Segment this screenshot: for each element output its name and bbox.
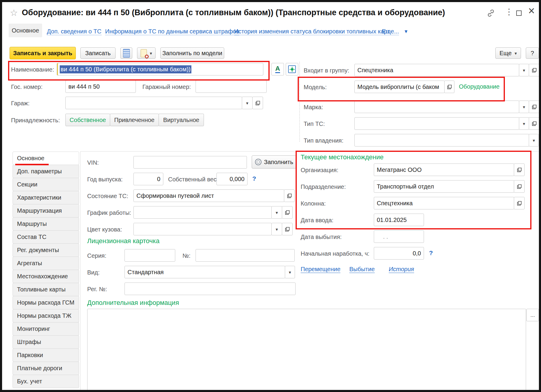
organization-open-button[interactable] bbox=[514, 163, 525, 176]
fill-by-model-button[interactable]: Заполнить по модели bbox=[160, 47, 224, 59]
department-open-button[interactable] bbox=[514, 180, 525, 193]
organization-input[interactable]: Мегатранс ООО bbox=[374, 163, 514, 176]
copy-link-icon[interactable] bbox=[486, 9, 495, 19]
save-and-close-button[interactable]: Записать и закрыть bbox=[10, 47, 76, 59]
favorite-star-icon[interactable]: ☆ bbox=[10, 7, 18, 18]
garage-dropdown-button[interactable]: ▾ bbox=[242, 97, 253, 109]
sidebar-item-parkovki[interactable]: Парковки bbox=[13, 348, 79, 362]
brand-input[interactable] bbox=[354, 101, 519, 113]
schedule-open-button[interactable] bbox=[282, 206, 293, 219]
sidebar-item-toplivnye-karty[interactable]: Топливные карты bbox=[13, 283, 79, 296]
name-input[interactable]: ви 444 п 50 (Виброплита (с топливным бак… bbox=[57, 63, 263, 75]
model-input[interactable]: Модель виброплиты (с баком bbox=[354, 81, 445, 93]
date-in-input[interactable]: 01.01.2025 bbox=[374, 214, 424, 226]
column-open-button[interactable] bbox=[514, 197, 525, 209]
translation-icon: А bbox=[275, 65, 280, 73]
chevron-down-icon: ▾ bbox=[533, 138, 535, 143]
nav-more-caret-icon[interactable]: ▼ bbox=[404, 29, 408, 34]
ownership-option-own[interactable]: Собственное bbox=[65, 114, 110, 126]
create-based-on-button[interactable]: ▾ bbox=[137, 47, 156, 59]
sidebar-item-monitoring[interactable]: Мониторинг bbox=[13, 322, 79, 336]
help-button[interactable]: ? bbox=[526, 47, 539, 59]
vehicle-type-dropdown-button[interactable]: ▾ bbox=[519, 117, 529, 130]
group-label: Входит в группу: bbox=[304, 67, 349, 74]
sidebar-item-osnovnoe[interactable]: Основное bbox=[13, 152, 79, 165]
settings-button[interactable] bbox=[286, 63, 298, 75]
move-link[interactable]: Перемещение bbox=[301, 266, 340, 273]
state-input[interactable]: Сформирован путевой лист bbox=[133, 189, 284, 202]
own-weight-label: Собственный вес: bbox=[168, 176, 218, 183]
sidebar-item-buh-uchet[interactable]: Бух. учет bbox=[13, 375, 79, 388]
brand-open-button[interactable] bbox=[529, 101, 540, 113]
model-type-link[interactable]: Оборудование bbox=[459, 83, 499, 90]
vehicle-type-open-button[interactable] bbox=[529, 117, 540, 130]
reg-number-input[interactable] bbox=[125, 283, 296, 295]
sidebar-item-normy-gsm[interactable]: Нормы расхода ГСМ bbox=[13, 296, 79, 309]
vin-fill-button[interactable]: Заполнить bbox=[252, 155, 296, 169]
schedule-dropdown-button[interactable]: ▾ bbox=[271, 206, 282, 219]
ownership-option-virtual[interactable]: Виртуальное bbox=[159, 114, 204, 126]
initial-hours-input[interactable]: 0,0 bbox=[374, 247, 424, 260]
column-input[interactable]: Спецтехника bbox=[374, 197, 514, 209]
additional-info-more-button[interactable]: ... bbox=[526, 309, 539, 321]
group-input[interactable]: Спецтехника bbox=[354, 64, 519, 76]
close-icon[interactable]: × bbox=[528, 4, 535, 17]
sidebar-item-harakteristiki[interactable]: Характеристики bbox=[13, 191, 79, 204]
ownership-option-hired[interactable]: Привлеченное bbox=[110, 114, 159, 126]
kind-dropdown-button[interactable]: ▾ bbox=[285, 266, 295, 278]
series-input[interactable] bbox=[125, 249, 175, 262]
garage-number-input[interactable] bbox=[196, 80, 267, 93]
sidebar-item-reg-dokumenty[interactable]: Рег. документы bbox=[13, 243, 79, 257]
chevron-down-icon: ▾ bbox=[523, 121, 525, 126]
tab-osnovnoe-top[interactable]: Основное bbox=[9, 24, 42, 37]
initial-hours-help-link[interactable]: ? bbox=[429, 249, 433, 257]
garage-input[interactable] bbox=[65, 97, 242, 109]
owning-type-input[interactable] bbox=[354, 134, 529, 146]
schedule-input[interactable] bbox=[133, 206, 272, 219]
state-open-button[interactable] bbox=[284, 189, 295, 202]
sidebar-item-sostav-ts[interactable]: Состав ТС bbox=[13, 230, 79, 244]
garage-open-button[interactable] bbox=[252, 97, 263, 109]
sidebar-item-normy-tzh[interactable]: Нормы расхода ТЖ bbox=[13, 309, 79, 322]
body-color-input[interactable] bbox=[133, 223, 272, 235]
sidebar-item-marshruty[interactable]: Маршруты bbox=[13, 217, 79, 231]
date-out-input[interactable]: . . bbox=[374, 230, 424, 243]
translation-button[interactable]: А bbox=[271, 63, 284, 75]
nav-more-label: Еще... bbox=[382, 28, 399, 35]
nav-link-info-shtrafy[interactable]: Информация о ТС по данным сервиса штрафо… bbox=[105, 28, 239, 35]
vehicle-type-input[interactable] bbox=[354, 117, 519, 130]
gos-number-input[interactable]: ви 444 п 50 bbox=[65, 80, 136, 93]
owning-type-dropdown-button[interactable]: ▾ bbox=[529, 134, 539, 146]
own-weight-help-link[interactable]: ? bbox=[252, 175, 256, 182]
additional-info-textarea[interactable] bbox=[87, 309, 526, 392]
brand-dropdown-button[interactable]: ▾ bbox=[519, 101, 529, 113]
show-in-list-button[interactable] bbox=[120, 47, 132, 59]
nav-link-dop-svedeniya[interactable]: Доп. сведения о ТС bbox=[47, 28, 102, 35]
sidebar-item-agregaty[interactable]: Агрегаты bbox=[13, 257, 79, 270]
menu-kebab-icon[interactable]: ⋮ bbox=[505, 7, 513, 17]
sidebar-item-dop-parametry[interactable]: Доп. параметры bbox=[13, 165, 79, 178]
own-weight-input[interactable]: 0,000 bbox=[216, 173, 248, 185]
model-open-button[interactable] bbox=[444, 81, 454, 93]
sidebar-item-shtrafy[interactable]: Штрафы bbox=[13, 335, 79, 349]
kind-input[interactable]: Стандартная bbox=[125, 266, 285, 278]
save-button[interactable]: Записать bbox=[80, 47, 116, 59]
nav-link-istoriya-blokirovki[interactable]: История изменения статуса блокировки топ… bbox=[234, 28, 390, 35]
department-input[interactable]: Транспортный отдел bbox=[374, 180, 514, 193]
group-dropdown-button[interactable]: ▾ bbox=[519, 64, 529, 76]
sidebar-item-mestonahozhdenie[interactable]: Местонахождение bbox=[13, 270, 79, 283]
vin-input[interactable] bbox=[133, 156, 247, 169]
sidebar-item-sekcii[interactable]: Секции bbox=[13, 178, 79, 191]
nav-more-link[interactable]: Еще... bbox=[382, 28, 399, 35]
body-color-dropdown-button[interactable]: ▾ bbox=[271, 223, 282, 235]
sidebar-item-marshrutizaciya[interactable]: Маршрутизация bbox=[13, 204, 79, 217]
disposal-link[interactable]: Выбытие bbox=[349, 266, 375, 273]
history-link[interactable]: История bbox=[389, 266, 414, 273]
more-button-toolbar[interactable]: Еще ▾ bbox=[495, 47, 521, 59]
group-open-button[interactable] bbox=[529, 64, 540, 76]
year-input[interactable]: 0 bbox=[133, 173, 163, 185]
maximize-icon[interactable] bbox=[516, 10, 522, 16]
sidebar-item-platnye-dorogi[interactable]: Платные дороги bbox=[13, 362, 79, 375]
body-color-open-button[interactable] bbox=[282, 223, 293, 235]
number-input[interactable] bbox=[196, 249, 295, 262]
